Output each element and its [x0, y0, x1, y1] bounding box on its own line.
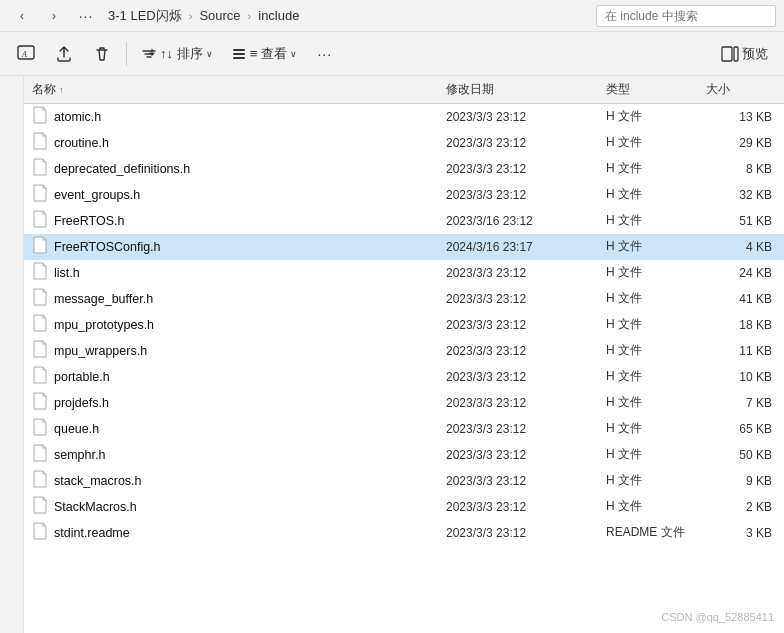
file-size-cell: 4 KB [706, 240, 776, 254]
file-date-cell: 2023/3/3 23:12 [446, 136, 606, 150]
titlebar: ‹ › ··· 3-1 LED闪烁 › Source › include [0, 0, 784, 32]
table-row[interactable]: FreeRTOS.h 2023/3/16 23:12 H 文件 51 KB [24, 208, 784, 234]
delete-button[interactable] [84, 36, 120, 72]
file-icon [32, 210, 48, 231]
file-type-cell: H 文件 [606, 290, 706, 307]
table-row[interactable]: portable.h 2023/3/3 23:12 H 文件 10 KB [24, 364, 784, 390]
file-date-cell: 2023/3/3 23:12 [446, 448, 606, 462]
file-date-cell: 2023/3/3 23:12 [446, 422, 606, 436]
breadcrumb-sep-2: › [247, 10, 253, 22]
col-header-name[interactable]: 名称 ↑ [32, 81, 446, 98]
table-row[interactable]: stack_macros.h 2023/3/3 23:12 H 文件 9 KB [24, 468, 784, 494]
file-date-cell: 2023/3/3 23:12 [446, 526, 606, 540]
breadcrumb: 3-1 LED闪烁 › Source › include [104, 5, 592, 27]
file-name-cell: StackMacros.h [32, 496, 446, 517]
file-type-cell: H 文件 [606, 316, 706, 333]
file-date-cell: 2023/3/16 23:12 [446, 214, 606, 228]
file-date-cell: 2023/3/3 23:12 [446, 266, 606, 280]
file-icon [32, 444, 48, 465]
file-name-text: list.h [54, 266, 80, 280]
col-header-type[interactable]: 类型 [606, 81, 706, 98]
file-name-text: projdefs.h [54, 396, 109, 410]
svg-rect-3 [233, 53, 245, 55]
file-name-cell: mpu_wrappers.h [32, 340, 446, 361]
file-name-cell: atomic.h [32, 106, 446, 127]
table-row[interactable]: list.h 2023/3/3 23:12 H 文件 24 KB [24, 260, 784, 286]
file-name-cell: FreeRTOSConfig.h [32, 236, 446, 257]
table-row[interactable]: event_groups.h 2023/3/3 23:12 H 文件 32 KB [24, 182, 784, 208]
file-icon [32, 314, 48, 335]
view-button[interactable]: ≡ 查看 ∨ [223, 36, 305, 72]
file-name-cell: event_groups.h [32, 184, 446, 205]
file-date-cell: 2023/3/3 23:12 [446, 318, 606, 332]
file-name-cell: list.h [32, 262, 446, 283]
file-size-cell: 51 KB [706, 214, 776, 228]
table-row[interactable]: FreeRTOSConfig.h 2024/3/16 23:17 H 文件 4 … [24, 234, 784, 260]
file-size-cell: 50 KB [706, 448, 776, 462]
table-row[interactable]: projdefs.h 2023/3/3 23:12 H 文件 7 KB [24, 390, 784, 416]
file-icon [32, 288, 48, 309]
breadcrumb-led[interactable]: 3-1 LED闪烁 [104, 5, 186, 27]
col-header-date[interactable]: 修改日期 [446, 81, 606, 98]
more-nav-button[interactable]: ··· [72, 2, 100, 30]
svg-rect-4 [233, 57, 245, 59]
file-name-text: semphr.h [54, 448, 105, 462]
back-button[interactable]: ‹ [8, 2, 36, 30]
search-input[interactable] [596, 5, 776, 27]
breadcrumb-sep-1: › [188, 10, 194, 22]
main-area: 名称 ↑ 修改日期 类型 大小 atomic.h 2023/3/3 23:12 … [0, 76, 784, 633]
file-date-cell: 2023/3/3 23:12 [446, 162, 606, 176]
svg-text:A: A [21, 50, 27, 59]
file-date-cell: 2023/3/3 23:12 [446, 110, 606, 124]
file-icon [32, 366, 48, 387]
file-size-cell: 10 KB [706, 370, 776, 384]
sidebar-strip [0, 76, 24, 633]
table-row[interactable]: queue.h 2023/3/3 23:12 H 文件 65 KB [24, 416, 784, 442]
table-row[interactable]: atomic.h 2023/3/3 23:12 H 文件 13 KB [24, 104, 784, 130]
file-type-cell: H 文件 [606, 134, 706, 151]
file-icon [32, 470, 48, 491]
file-icon [32, 340, 48, 361]
more-options-button[interactable]: ··· [307, 36, 343, 72]
file-name-cell: FreeRTOS.h [32, 210, 446, 231]
file-name-text: mpu_wrappers.h [54, 344, 147, 358]
file-type-cell: H 文件 [606, 186, 706, 203]
file-name-cell: stack_macros.h [32, 470, 446, 491]
table-row[interactable]: mpu_prototypes.h 2023/3/3 23:12 H 文件 18 … [24, 312, 784, 338]
file-date-cell: 2023/3/3 23:12 [446, 474, 606, 488]
table-row[interactable]: message_buffer.h 2023/3/3 23:12 H 文件 41 … [24, 286, 784, 312]
preview-label: 预览 [742, 45, 768, 63]
file-list: atomic.h 2023/3/3 23:12 H 文件 13 KB crout… [24, 104, 784, 546]
preview-button[interactable]: 预览 [713, 36, 776, 72]
breadcrumb-source[interactable]: Source [195, 6, 244, 25]
file-icon [32, 392, 48, 413]
view-chevron: ∨ [290, 49, 297, 59]
col-header-size[interactable]: 大小 [706, 81, 776, 98]
table-row[interactable]: mpu_wrappers.h 2023/3/3 23:12 H 文件 11 KB [24, 338, 784, 364]
file-name-cell: mpu_prototypes.h [32, 314, 446, 335]
file-name-text: FreeRTOS.h [54, 214, 124, 228]
file-type-cell: H 文件 [606, 160, 706, 177]
file-name-text: queue.h [54, 422, 99, 436]
file-type-cell: README 文件 [606, 524, 706, 541]
table-row[interactable]: croutine.h 2023/3/3 23:12 H 文件 29 KB [24, 130, 784, 156]
sort-button[interactable]: ↑↓ 排序 ∨ [133, 36, 221, 72]
rename-button[interactable]: A [8, 36, 44, 72]
file-list-container[interactable]: 名称 ↑ 修改日期 类型 大小 atomic.h 2023/3/3 23:12 … [24, 76, 784, 633]
table-row[interactable]: deprecated_definitions.h 2023/3/3 23:12 … [24, 156, 784, 182]
breadcrumb-include[interactable]: include [254, 6, 303, 25]
table-row[interactable]: stdint.readme 2023/3/3 23:12 README 文件 3… [24, 520, 784, 546]
file-date-cell: 2023/3/3 23:12 [446, 500, 606, 514]
table-row[interactable]: semphr.h 2023/3/3 23:12 H 文件 50 KB [24, 442, 784, 468]
file-type-cell: H 文件 [606, 394, 706, 411]
table-row[interactable]: StackMacros.h 2023/3/3 23:12 H 文件 2 KB [24, 494, 784, 520]
file-name-text: StackMacros.h [54, 500, 137, 514]
file-name-cell: portable.h [32, 366, 446, 387]
file-name-cell: queue.h [32, 418, 446, 439]
forward-button[interactable]: › [40, 2, 68, 30]
share-button[interactable] [46, 36, 82, 72]
file-type-cell: H 文件 [606, 368, 706, 385]
file-icon [32, 496, 48, 517]
file-size-cell: 7 KB [706, 396, 776, 410]
file-size-cell: 24 KB [706, 266, 776, 280]
